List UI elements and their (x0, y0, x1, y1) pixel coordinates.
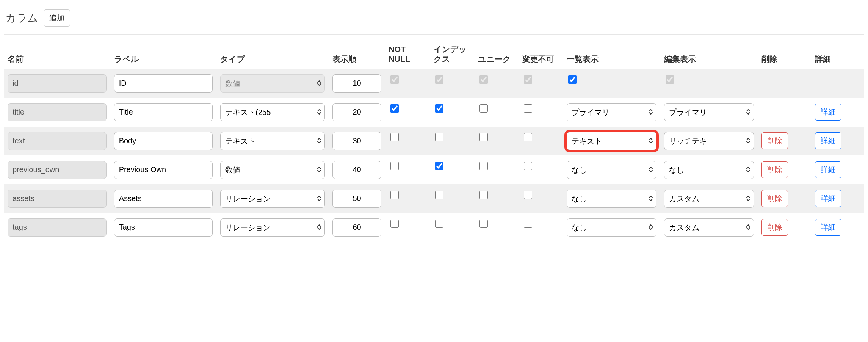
detail-button[interactable]: 詳細 (815, 219, 841, 236)
edit-display-select[interactable]: カスタム (664, 190, 754, 208)
name-field (8, 74, 107, 93)
label-field[interactable] (114, 218, 213, 237)
immutable-checkbox[interactable] (524, 191, 532, 199)
not-null-checkbox (390, 75, 399, 84)
edit-display-select[interactable]: カスタム (664, 218, 754, 237)
unique-checkbox[interactable] (479, 133, 488, 141)
table-row: 数値 (4, 69, 864, 98)
header-type: タイプ (216, 41, 329, 69)
label-field[interactable] (114, 132, 213, 150)
index-checkbox[interactable] (435, 104, 443, 113)
header-unique: ユニーク (474, 41, 519, 69)
delete-button[interactable]: 削除 (761, 219, 788, 236)
section-title: カラム (5, 11, 38, 25)
header-order: 表示順 (329, 41, 385, 69)
label-field[interactable] (114, 103, 213, 121)
order-field[interactable] (332, 132, 381, 150)
index-checkbox[interactable] (435, 191, 443, 199)
immutable-checkbox[interactable] (524, 220, 532, 228)
edit-display-select[interactable]: リッチテキ (664, 132, 754, 150)
name-field (8, 161, 107, 179)
delete-button[interactable]: 削除 (761, 132, 788, 149)
label-field[interactable] (114, 161, 213, 179)
unique-checkbox[interactable] (479, 162, 488, 170)
table-header-row: 名前 ラベル タイプ 表示順 NOT NULL インデックス ユニーク 変更不可… (4, 41, 864, 69)
order-field[interactable] (332, 190, 381, 208)
order-field[interactable] (332, 161, 381, 179)
immutable-checkbox (524, 75, 532, 84)
edit-display-select[interactable]: プライマリ (664, 103, 754, 121)
detail-button[interactable]: 詳細 (815, 190, 841, 207)
header-detail: 詳細 (811, 41, 864, 69)
index-checkbox[interactable] (435, 162, 443, 170)
not-null-checkbox[interactable] (390, 191, 399, 199)
type-select: 数値 (220, 74, 325, 93)
index-checkbox[interactable] (435, 220, 443, 228)
name-field (8, 103, 107, 121)
list-display-checkbox[interactable] (568, 75, 577, 84)
unique-checkbox[interactable] (479, 191, 488, 199)
unique-checkbox (479, 75, 488, 84)
type-select[interactable]: 数値 (220, 161, 325, 179)
header-list-display: 一覧表示 (563, 41, 660, 69)
header-notnull: NOT NULL (385, 41, 430, 69)
type-select[interactable]: リレーション (220, 218, 325, 237)
table-row: リレーションなしカスタム削除詳細 (4, 184, 864, 213)
unique-checkbox[interactable] (479, 104, 488, 113)
order-field[interactable] (332, 218, 381, 237)
immutable-checkbox[interactable] (524, 104, 532, 113)
order-field[interactable] (332, 103, 381, 121)
table-row: リレーションなしカスタム削除詳細 (4, 213, 864, 242)
name-field (8, 190, 107, 208)
immutable-checkbox[interactable] (524, 133, 532, 141)
add-column-button[interactable]: 追加 (44, 9, 70, 27)
header-name: 名前 (4, 41, 110, 69)
list-display-select[interactable]: テキスト (567, 132, 656, 150)
name-field (8, 132, 107, 150)
header-index: インデックス (430, 41, 474, 69)
not-null-checkbox[interactable] (390, 220, 399, 228)
header-delete: 削除 (758, 41, 811, 69)
not-null-checkbox[interactable] (390, 133, 399, 141)
type-select[interactable]: テキスト(255 (220, 103, 325, 121)
edit-display-select[interactable]: なし (664, 161, 754, 179)
detail-button[interactable]: 詳細 (815, 161, 841, 178)
label-field[interactable] (114, 74, 213, 93)
delete-button[interactable]: 削除 (761, 161, 788, 178)
type-select[interactable]: リレーション (220, 190, 325, 208)
type-select[interactable]: テキスト (220, 132, 325, 150)
table-row: テキストテキストリッチテキ削除詳細 (4, 127, 864, 155)
label-field[interactable] (114, 190, 213, 208)
delete-button[interactable]: 削除 (761, 190, 788, 207)
name-field (8, 218, 107, 237)
detail-button[interactable]: 詳細 (815, 104, 841, 121)
header-edit-display: 編集表示 (660, 41, 758, 69)
header-label: ラベル (110, 41, 217, 69)
list-display-select[interactable]: なし (567, 218, 656, 237)
table-row: 数値なしなし削除詳細 (4, 155, 864, 184)
index-checkbox[interactable] (435, 133, 443, 141)
list-display-select[interactable]: なし (567, 161, 656, 179)
not-null-checkbox[interactable] (390, 104, 399, 113)
section-header: カラム 追加 (4, 0, 864, 35)
list-display-select[interactable]: プライマリ (567, 103, 656, 121)
immutable-checkbox[interactable] (524, 162, 532, 170)
table-row: テキスト(255プライマリプライマリ詳細 (4, 98, 864, 127)
order-field[interactable] (332, 74, 381, 93)
columns-table: 名前 ラベル タイプ 表示順 NOT NULL インデックス ユニーク 変更不可… (4, 41, 864, 242)
edit-display-checkbox (666, 75, 674, 84)
not-null-checkbox[interactable] (390, 162, 399, 170)
list-display-select[interactable]: なし (567, 190, 656, 208)
detail-button[interactable]: 詳細 (815, 132, 841, 149)
index-checkbox (435, 75, 443, 84)
header-immutable: 変更不可 (519, 41, 563, 69)
unique-checkbox[interactable] (479, 220, 488, 228)
